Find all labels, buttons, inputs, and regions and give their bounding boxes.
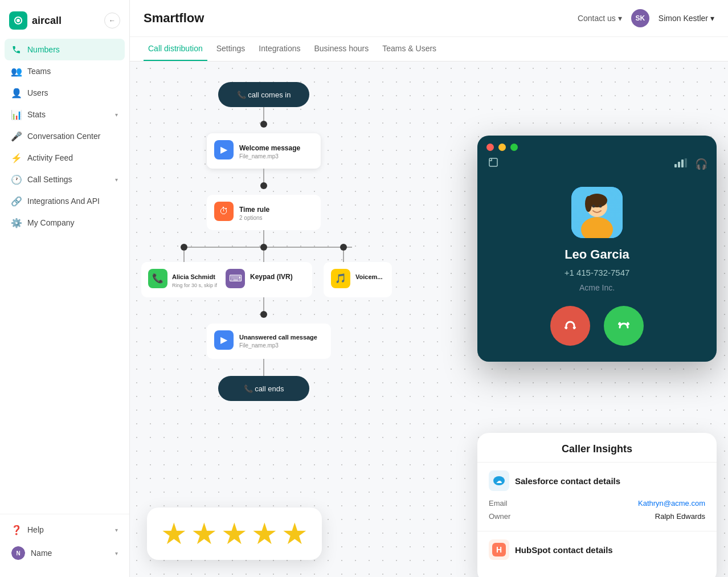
back-button[interactable]: ←	[104, 13, 120, 28]
tab-business-hours[interactable]: Business hours	[309, 37, 373, 61]
sidebar-item-integrations-api[interactable]: 🔗 Integrations And API	[5, 190, 125, 212]
name-arrow-icon: ▾	[115, 550, 118, 556]
svg-text:Voicem...: Voicem...	[355, 273, 382, 280]
app-name: aircall	[32, 15, 62, 27]
svg-text:⌨: ⌨	[229, 273, 242, 283]
sidebar-item-numbers[interactable]: Numbers	[5, 39, 125, 60]
svg-point-13	[260, 182, 267, 189]
salesforce-email-row: Email Kathryn@acme.com	[489, 497, 705, 510]
phone-expand-icon[interactable]	[488, 157, 499, 171]
sidebar-item-teams[interactable]: 👥 Teams	[5, 60, 125, 82]
svg-text:Alicia Schmidt: Alicia Schmidt	[172, 273, 215, 280]
tabs: Call distribution Settings Integrations …	[130, 37, 728, 62]
user-name[interactable]: Simon Kestler ▾	[659, 14, 714, 23]
svg-text:Keypad (IVR): Keypad (IVR)	[250, 273, 293, 281]
svg-rect-52	[678, 162, 680, 167]
tab-integrations[interactable]: Integrations	[254, 37, 305, 61]
svg-point-23	[340, 244, 347, 251]
sidebar-item-help[interactable]: ❓ Help ▾	[5, 519, 125, 541]
sidebar-item-numbers-label: Numbers	[27, 45, 60, 54]
hubspot-section: H HubSpot contact details	[477, 531, 717, 574]
signal-icon	[674, 158, 687, 170]
salesforce-owner-row: Owner Ralph Edwards	[489, 510, 705, 523]
email-label: Email	[489, 499, 508, 508]
svg-point-22	[260, 244, 267, 251]
stats-arrow-icon: ▾	[115, 112, 118, 118]
svg-text:📞 call ends: 📞 call ends	[244, 384, 284, 394]
traffic-light-yellow[interactable]	[498, 144, 506, 151]
decline-call-button[interactable]	[550, 306, 590, 346]
page-title: Smartflow	[144, 11, 578, 26]
svg-rect-53	[681, 159, 684, 167]
sidebar-bottom: ❓ Help ▾ N Name ▾	[0, 514, 129, 570]
svg-text:Unanswered call message: Unanswered call message	[239, 334, 317, 341]
sidebar-item-stats[interactable]: 📊 Stats ▾	[5, 104, 125, 125]
svg-text:📞: 📞	[152, 273, 163, 284]
sidebar-item-conversation-center-label: Conversation Center	[27, 132, 100, 141]
conversation-center-icon: 🎤	[11, 131, 22, 141]
star-1: ★	[161, 517, 187, 551]
svg-text:📞 call comes in: 📞 call comes in	[237, 90, 291, 100]
svg-text:☁: ☁	[496, 478, 502, 484]
tab-settings[interactable]: Settings	[212, 37, 250, 61]
hubspot-header: H HubSpot contact details	[489, 539, 705, 560]
svg-text:File_name.mp3: File_name.mp3	[239, 342, 279, 349]
hubspot-title: HubSpot contact details	[515, 545, 613, 555]
sidebar-item-users[interactable]: 👤 Users	[5, 82, 125, 104]
users-icon: 👤	[11, 88, 22, 98]
owner-value: Ralph Edwards	[655, 512, 705, 521]
sidebar-logo: aircall ←	[0, 7, 129, 39]
sidebar-item-conversation-center[interactable]: 🎤 Conversation Center	[5, 125, 125, 147]
svg-text:Welcome message: Welcome message	[239, 144, 300, 152]
caller-company: Acme Inc.	[579, 283, 615, 292]
sidebar-item-name[interactable]: N Name ▾	[5, 541, 125, 566]
flow-diagram: 📞 call comes in ▶ Welcome message File_n…	[130, 73, 437, 463]
email-value: Kathryn@acme.com	[638, 499, 705, 508]
headset-icon[interactable]: 🎧	[695, 158, 707, 170]
svg-text:Time rule: Time rule	[239, 206, 269, 214]
svg-rect-51	[674, 164, 677, 167]
help-icon: ❓	[11, 525, 22, 535]
sidebar-item-users-label: Users	[27, 88, 48, 97]
traffic-light-green[interactable]	[510, 144, 518, 151]
stats-icon: 📊	[11, 109, 22, 120]
sidebar-item-activity-feed-label: Activity Feed	[27, 153, 73, 162]
sidebar-item-my-company-label: My Company	[27, 218, 74, 227]
svg-text:🎵: 🎵	[335, 273, 346, 284]
aircall-logo-icon	[9, 11, 27, 30]
star-3: ★	[221, 517, 248, 551]
svg-point-60	[585, 196, 592, 212]
svg-point-21	[181, 244, 187, 251]
sidebar-item-call-settings[interactable]: 🕐 Call Settings ▾	[5, 169, 125, 190]
main-content: Smartflow Contact us ▾ SK Simon Kestler …	[130, 0, 728, 577]
accept-call-button[interactable]	[604, 306, 644, 346]
svg-text:2 options: 2 options	[239, 215, 263, 221]
help-arrow-icon: ▾	[115, 527, 118, 533]
my-company-icon: ⚙️	[11, 218, 22, 228]
hubspot-icon: H	[489, 539, 509, 560]
star-2: ★	[191, 517, 218, 551]
contact-us-label: Contact us	[578, 14, 616, 23]
header: Smartflow Contact us ▾ SK Simon Kestler …	[130, 0, 728, 37]
sidebar-item-help-label: Help	[27, 525, 44, 534]
traffic-light-red[interactable]	[486, 144, 494, 151]
contact-us-chevron-icon: ▾	[618, 14, 622, 23]
tab-teams-users[interactable]: Teams & Users	[378, 37, 441, 61]
svg-rect-50	[489, 158, 497, 166]
svg-point-6	[260, 121, 267, 128]
teams-icon: 👥	[11, 66, 22, 76]
sidebar-item-stats-label: Stats	[27, 110, 46, 119]
salesforce-title: Salesforce contact details	[515, 476, 620, 486]
svg-text:⏱: ⏱	[219, 206, 228, 216]
sidebar-item-activity-feed[interactable]: ⚡ Activity Feed	[5, 147, 125, 169]
tab-call-distribution[interactable]: Call distribution	[144, 37, 207, 61]
sidebar-item-integrations-api-label: Integrations And API	[27, 197, 100, 206]
contact-us-button[interactable]: Contact us ▾	[578, 14, 622, 23]
caller-section: Leo Garcia +1 415-732-7547 Acme Inc.	[477, 175, 717, 306]
salesforce-header: ☁ Salesforce contact details	[489, 470, 705, 491]
numbers-icon	[11, 44, 22, 55]
activity-feed-icon: ⚡	[11, 153, 22, 163]
star-5: ★	[281, 517, 308, 551]
svg-point-61	[592, 205, 595, 208]
sidebar-item-my-company[interactable]: ⚙️ My Company	[5, 212, 125, 234]
